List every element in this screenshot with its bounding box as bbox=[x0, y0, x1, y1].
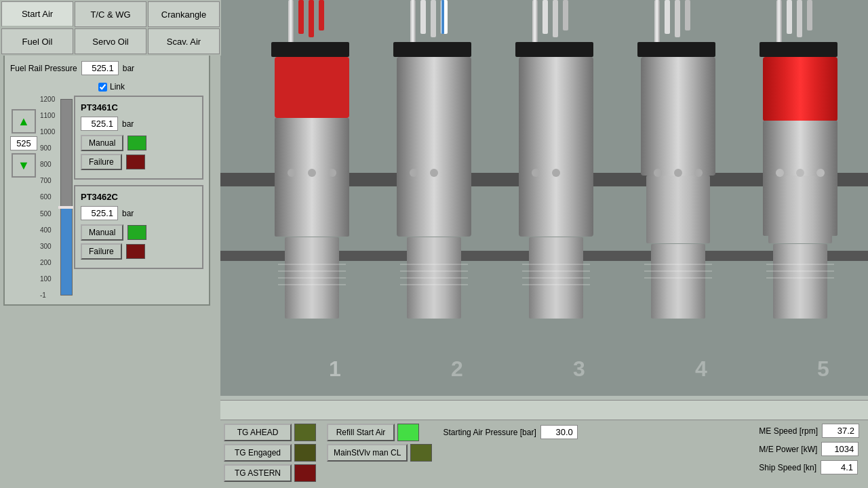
svg-point-10 bbox=[288, 169, 296, 177]
svg-point-57 bbox=[694, 169, 703, 177]
tg-engaged-button[interactable]: TG Engaged bbox=[224, 444, 292, 462]
svg-rect-5 bbox=[309, 0, 314, 37]
svg-rect-48 bbox=[654, 0, 660, 44]
pt1-value: 525.1 bbox=[81, 117, 118, 131]
svg-rect-19 bbox=[410, 0, 416, 44]
svg-rect-50 bbox=[675, 0, 680, 37]
svg-rect-35 bbox=[542, 0, 548, 34]
main-visualization: 1 2 bbox=[220, 0, 868, 400]
tg-buttons-group: TG AHEAD TG Engaged TG ASTERN bbox=[224, 424, 316, 482]
pt1-failure-button[interactable]: Failure bbox=[81, 154, 122, 170]
pt2-failure-row: Failure bbox=[81, 243, 197, 260]
svg-rect-65 bbox=[797, 0, 802, 37]
setpoint-value[interactable]: 525 bbox=[10, 136, 37, 150]
svg-text:3: 3 bbox=[573, 357, 585, 381]
svg-point-56 bbox=[674, 169, 682, 177]
tg-astern-button[interactable]: TG ASTERN bbox=[224, 464, 292, 482]
svg-rect-74 bbox=[773, 244, 827, 319]
pt2-value: 525.1 bbox=[81, 206, 118, 220]
pt2-failure-light bbox=[126, 244, 145, 259]
starting-air-pressure-label: Starting Air Pressure [bar] bbox=[443, 428, 536, 437]
pt1-unit: bar bbox=[122, 119, 134, 129]
bottom-controls-panel: TG AHEAD TG Engaged TG ASTERN Refill Sta… bbox=[220, 420, 868, 488]
pt2-value-row: 525.1 bar bbox=[81, 206, 197, 220]
tab-crankangle[interactable]: Crankangle bbox=[148, 1, 220, 27]
me-power-value: 1034 bbox=[821, 442, 859, 456]
svg-rect-70 bbox=[768, 176, 832, 243]
me-params-group: ME Speed [rpm] 37.2 M/E Power [kW] 1034 … bbox=[759, 424, 859, 474]
svg-point-27 bbox=[430, 169, 438, 177]
me-speed-label: ME Speed [rpm] bbox=[759, 426, 818, 436]
pt1-value-row: 525.1 bar bbox=[81, 117, 197, 131]
me-power-label: M/E Power [kW] bbox=[759, 445, 817, 454]
refill-start-air-button[interactable]: Refill Start Air bbox=[327, 424, 395, 441]
svg-text:5: 5 bbox=[817, 357, 829, 381]
pt2-title: PT3462C bbox=[81, 192, 197, 202]
svg-text:4: 4 bbox=[695, 357, 707, 381]
decrease-button[interactable]: ▼ bbox=[12, 153, 36, 178]
cylinders-svg: 1 2 bbox=[220, 0, 868, 400]
tg-engaged-light bbox=[294, 444, 316, 462]
tab-scav-air[interactable]: Scav. Air bbox=[148, 28, 220, 54]
tg-astern-light bbox=[294, 464, 316, 482]
tab-start-air[interactable]: Start Air bbox=[1, 1, 73, 27]
svg-rect-36 bbox=[553, 0, 558, 37]
svg-rect-4 bbox=[298, 0, 304, 34]
pt2-manual-button[interactable]: Manual bbox=[81, 224, 123, 241]
tg-ahead-button[interactable]: TG AHEAD bbox=[224, 424, 292, 441]
increase-button[interactable]: ▲ bbox=[12, 109, 36, 134]
tg-engaged-row: TG Engaged bbox=[224, 444, 316, 462]
pt1-manual-light bbox=[127, 136, 146, 150]
ship-speed-label: Ship Speed [kn] bbox=[759, 463, 816, 472]
tab-tc-wg[interactable]: T/C & WG bbox=[75, 1, 146, 27]
me-power-row: M/E Power [kW] 1034 bbox=[759, 442, 859, 456]
svg-point-72 bbox=[796, 169, 804, 177]
pt1-box: PT3461C 525.1 bar Manual Failure bbox=[74, 96, 203, 180]
fuel-rail-unit: bar bbox=[123, 64, 134, 73]
svg-rect-24 bbox=[393, 42, 471, 57]
svg-rect-20 bbox=[420, 0, 426, 34]
svg-point-12 bbox=[328, 169, 336, 177]
svg-rect-66 bbox=[807, 0, 812, 30]
svg-rect-64 bbox=[787, 0, 792, 34]
fuel-rail-value: 525.1 bbox=[81, 61, 119, 75]
bottom-separator bbox=[220, 400, 868, 420]
link-checkbox[interactable] bbox=[98, 83, 107, 92]
svg-rect-21 bbox=[431, 0, 436, 37]
tab-servo-oil[interactable]: Servo Oil bbox=[75, 28, 146, 54]
ship-speed-row: Ship Speed [kn] 4.1 bbox=[759, 460, 859, 474]
scale-labels: 1200 1100 1000 900 800 700 600 500 400 3… bbox=[40, 96, 55, 299]
pt1-failure-light bbox=[126, 155, 145, 169]
pt2-failure-button[interactable]: Failure bbox=[81, 243, 122, 260]
main-stv-button[interactable]: MainStVlv man CL bbox=[327, 444, 408, 462]
me-speed-row: ME Speed [rpm] 37.2 bbox=[759, 424, 859, 438]
svg-rect-63 bbox=[776, 0, 782, 44]
pt1-title: PT3461C bbox=[81, 102, 197, 113]
ship-speed-value: 4.1 bbox=[821, 460, 858, 474]
svg-text:2: 2 bbox=[451, 357, 463, 381]
svg-rect-34 bbox=[532, 0, 538, 44]
scale-bar-fill bbox=[61, 209, 72, 295]
svg-point-71 bbox=[776, 169, 784, 177]
starting-air-pressure-value: 30.0 bbox=[540, 425, 578, 439]
svg-rect-7 bbox=[271, 42, 349, 57]
svg-rect-58 bbox=[651, 244, 705, 319]
svg-rect-51 bbox=[685, 0, 690, 30]
svg-rect-9 bbox=[275, 118, 349, 237]
svg-rect-52 bbox=[637, 42, 715, 57]
svg-point-55 bbox=[654, 169, 662, 177]
svg-point-41 bbox=[552, 169, 560, 177]
top-navigation: Start Air T/C & WG Crankangle Fuel Oil S… bbox=[0, 0, 221, 56]
me-speed-value: 37.2 bbox=[822, 424, 859, 438]
scale-bar-background bbox=[60, 99, 73, 296]
pt1-manual-button[interactable]: Manual bbox=[81, 135, 123, 151]
svg-rect-8 bbox=[275, 57, 349, 118]
refill-light bbox=[397, 424, 419, 441]
tab-fuel-oil[interactable]: Fuel Oil bbox=[1, 28, 73, 54]
pt2-manual-row: Manual bbox=[81, 224, 197, 241]
gauge-area: ▲ 525 ▼ 1200 1100 1000 900 800 700 600 5… bbox=[10, 96, 203, 299]
refill-row: Refill Start Air bbox=[327, 424, 432, 441]
pt2-unit: bar bbox=[122, 209, 134, 218]
fuel-rail-pressure-row: Fuel Rail Pressure 525.1 bar bbox=[10, 61, 203, 75]
svg-rect-67 bbox=[760, 42, 837, 57]
